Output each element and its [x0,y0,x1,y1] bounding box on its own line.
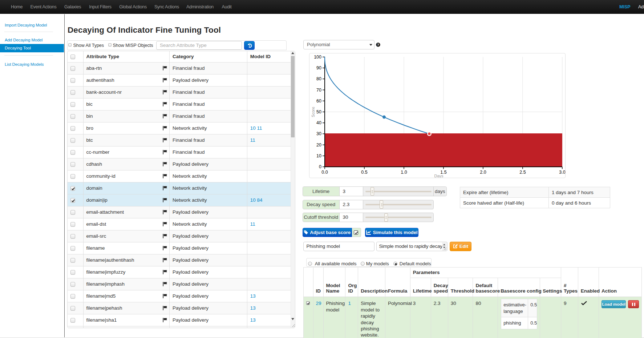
svg-text:0.0: 0.0 [321,169,328,174]
svg-text:80: 80 [316,76,321,81]
svg-text:20: 20 [316,142,321,147]
svg-text:1.0: 1.0 [401,169,407,174]
svg-text:30: 30 [316,131,321,136]
svg-text:Days: Days [434,174,443,178]
svg-text:3.0: 3.0 [559,169,565,174]
svg-text:70: 70 [316,87,321,92]
svg-text:10: 10 [316,153,321,158]
svg-text:0: 0 [319,164,321,169]
svg-text:2.0: 2.0 [480,169,486,174]
svg-text:50: 50 [316,109,321,114]
svg-text:2.5: 2.5 [519,169,526,174]
svg-text:Score: Score [311,106,315,117]
svg-text:90: 90 [316,65,321,71]
svg-text:100: 100 [314,55,321,60]
svg-text:0.5: 0.5 [361,169,367,174]
svg-text:60: 60 [316,98,321,103]
svg-text:40: 40 [316,120,321,125]
svg-text:?: ? [377,43,379,47]
